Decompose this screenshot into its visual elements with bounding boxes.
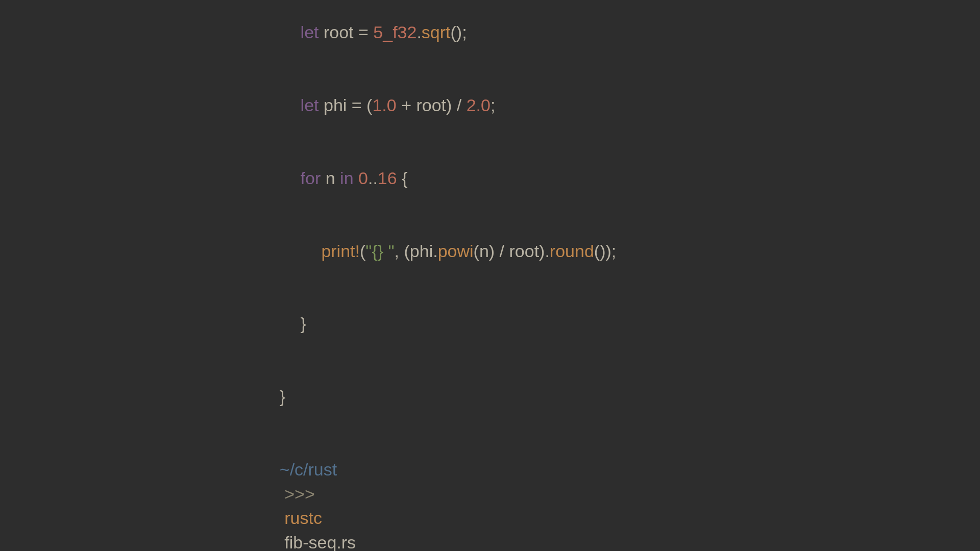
number-literal: 1.0 xyxy=(372,95,396,115)
identifier: root xyxy=(324,22,354,42)
punct: . xyxy=(416,22,421,42)
terminal-output: ~/c/rust >>> highlight --lang rust fib-s… xyxy=(260,0,669,551)
punct: { xyxy=(397,168,408,188)
code-line: for n in 0..16 { xyxy=(260,142,669,215)
keyword-for: for xyxy=(301,168,321,188)
punct: } xyxy=(301,314,306,333)
punct: ()); xyxy=(594,241,616,261)
punct: , (phi. xyxy=(395,241,438,261)
punct: } xyxy=(280,387,285,406)
code-line: print!("{} ", (phi.powi(n) / root).round… xyxy=(260,215,669,288)
command-name: rustc xyxy=(284,508,322,528)
string-literal: "{} " xyxy=(365,241,394,261)
punct: (); xyxy=(451,22,467,42)
method-call: round xyxy=(550,241,594,261)
number-literal: 16 xyxy=(378,168,397,188)
shell-command-line: ~/c/rust >>> rustc fib-seq.rs xyxy=(260,433,669,551)
number-literal: 2.0 xyxy=(467,95,491,115)
identifier: phi xyxy=(324,95,347,115)
punct: ( xyxy=(360,241,365,261)
punct: (n) / root). xyxy=(474,241,550,261)
identifier: n xyxy=(326,168,335,188)
code-line: } xyxy=(260,361,669,434)
keyword-let: let xyxy=(301,22,319,42)
method-call: powi xyxy=(438,241,474,261)
keyword-in: in xyxy=(340,168,353,188)
number-literal: 0 xyxy=(358,168,368,188)
prompt-path: ~/c/rust xyxy=(280,460,337,479)
command-args: fib-seq.rs xyxy=(284,533,356,551)
code-line: let phi = (1.0 + root) / 2.0; xyxy=(260,69,669,142)
punct: = ( xyxy=(347,95,372,115)
punct: = xyxy=(354,22,374,42)
method-call: sqrt xyxy=(422,22,451,42)
keyword-let: let xyxy=(301,95,319,115)
code-line: } xyxy=(260,288,669,361)
macro-call: print! xyxy=(321,241,360,261)
code-line: let root = 5_f32.sqrt(); xyxy=(260,0,669,69)
number-literal: 5_f32 xyxy=(373,22,416,42)
punct: ; xyxy=(491,95,495,115)
punct: + root) / xyxy=(397,95,467,115)
punct: .. xyxy=(368,168,378,188)
prompt-marker: >>> xyxy=(284,484,315,504)
